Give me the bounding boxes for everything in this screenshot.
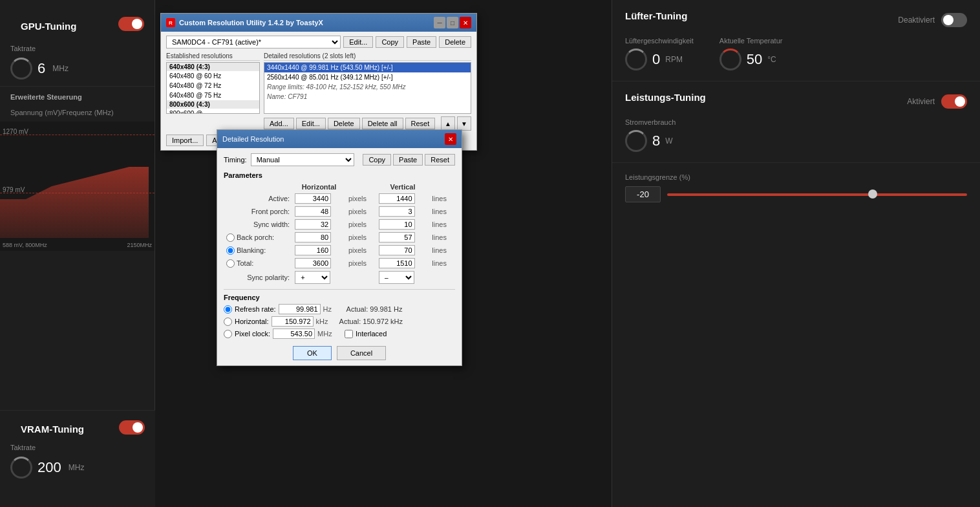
vram-title: VRAM-Tuning: [10, 417, 94, 437]
cru-titlebar-controls: ─ □ ✕: [434, 17, 471, 28]
vram-taktrate-unit: MHz: [69, 463, 85, 472]
dr-v-bl-unit: lines: [429, 244, 455, 257]
leistungsgrenze-track[interactable]: [667, 193, 967, 196]
lufter-temp-label: Aktuelle Temperatur: [719, 37, 783, 45]
gpu-tuning-toggle[interactable]: [118, 17, 144, 31]
dr-h-sync-input[interactable]: [295, 219, 331, 230]
cru-maximize-btn[interactable]: □: [447, 17, 458, 28]
cru-up-btn[interactable]: ▲: [441, 116, 455, 131]
cru-item-800-1[interactable]: 800x600 @ ...: [167, 109, 259, 114]
cru-item-640-60[interactable]: 640x480 @ 60 Hz: [167, 71, 259, 81]
lufter-temp-value: 50: [747, 51, 762, 68]
cru-edit-btn[interactable]: Edit...: [343, 36, 373, 48]
dr-blanking-label: Blanking:: [237, 246, 266, 254]
dr-cancel-btn[interactable]: Cancel: [337, 346, 386, 360]
leistungs-toggle[interactable]: [941, 94, 967, 109]
dr-v-bp-unit: lines: [429, 231, 455, 244]
dr-h-bl-unit: pixels: [346, 244, 376, 257]
dr-h-front-porch-input[interactable]: [295, 206, 331, 217]
dr-h-polarity-select[interactable]: +: [295, 271, 330, 284]
leistungsgrenze-thumb[interactable]: [868, 189, 877, 199]
cru-reset-btn[interactable]: Reset: [405, 118, 436, 129]
dr-v-tot-unit: lines: [429, 257, 455, 270]
dr-close-btn[interactable]: ✕: [445, 133, 456, 145]
dr-v-sync-input[interactable]: [379, 219, 415, 230]
cru-detail-item-1[interactable]: 3440x1440 @ 99.981 Hz (543.50 MHz) [+/-]: [264, 63, 471, 72]
dr-copy-btn[interactable]: Copy: [363, 154, 391, 166]
dr-v-front-porch-input[interactable]: [379, 206, 415, 217]
dr-h-back-porch-input[interactable]: [295, 232, 331, 243]
cru-detail-item-2[interactable]: 2560x1440 @ 85.001 Hz (349.12 MHz) [+/-]: [264, 72, 471, 82]
dr-horizontal-input[interactable]: [272, 316, 314, 327]
dr-params-label: Parameters: [224, 171, 455, 179]
cru-copy-btn[interactable]: Copy: [376, 36, 404, 48]
cru-section-640: 640x480 (4:3): [167, 63, 259, 71]
leistungsgrenze-label: Leistungsgrenze (%): [625, 173, 967, 181]
dr-refresh-input[interactable]: [279, 304, 321, 314]
strom-label: Stromverbrauch: [625, 118, 676, 126]
dr-reset-btn[interactable]: Reset: [425, 154, 455, 166]
dr-back-porch-radio[interactable]: [226, 233, 235, 242]
dr-freq-left-col: Horizontal: kHz Actual: 150.972 kHz Pixe…: [224, 316, 403, 341]
dr-paste-btn[interactable]: Paste: [393, 154, 423, 166]
dr-refresh-actual: Actual: 99.981 Hz: [346, 305, 403, 313]
dr-h-active-input[interactable]: [295, 193, 331, 204]
dr-freq-label: Frequency: [224, 294, 455, 301]
cru-down-btn[interactable]: ▼: [457, 116, 471, 131]
cru-add-btn[interactable]: Add...: [264, 118, 294, 129]
taktrate-gauge-circle: [10, 58, 32, 80]
lufter-metrics: Lüftergeschwindigkeit 0 RPM Aktuelle Tem…: [625, 37, 967, 70]
cru-minimize-btn[interactable]: ─: [434, 17, 445, 28]
cru-delete-all-btn[interactable]: Delete all: [362, 118, 403, 129]
lufter-temp-metric: Aktuelle Temperatur 50 °C: [719, 37, 783, 70]
cru-edit2-btn[interactable]: Edit...: [296, 118, 326, 129]
dr-v-active-input[interactable]: [379, 193, 415, 204]
dr-refresh-radio[interactable]: [224, 305, 232, 314]
dr-timing-select[interactable]: Manual: [251, 153, 354, 166]
cru-item-640-72[interactable]: 640x480 @ 72 Hz: [167, 81, 259, 91]
cru-paste-btn[interactable]: Paste: [407, 36, 436, 48]
lufter-title: Lüfter-Tuning: [625, 10, 687, 21]
dr-h-total-input[interactable]: [295, 258, 331, 268]
dr-h-active-unit: pixels: [346, 192, 376, 205]
dr-v-fp-unit: lines: [429, 205, 455, 218]
vram-taktrate-value: 200: [37, 459, 61, 476]
gpu-tuning-title: GPU-Tuning: [10, 9, 87, 38]
dr-active-label: Active:: [224, 192, 292, 205]
dr-h-sw-unit: pixels: [346, 218, 376, 231]
dr-v-blanking-input[interactable]: [379, 245, 415, 255]
cru-titlebar: R Custom Resolution Utility 1.4.2 by Toa…: [161, 14, 476, 32]
cru-detailed-list[interactable]: 3440x1440 @ 99.981 Hz (543.50 MHz) [+/-]…: [264, 62, 471, 114]
dr-refresh-label: Refresh rate:: [235, 305, 276, 313]
dr-total-radio[interactable]: [226, 259, 235, 268]
cru-established-list[interactable]: 640x480 (4:3) 640x480 @ 60 Hz 640x480 @ …: [166, 62, 260, 114]
dr-blanking-radio[interactable]: [226, 246, 235, 255]
vram-toggle[interactable]: [119, 420, 145, 435]
chart-bottom-label: 588 mV, 800MHz: [3, 242, 47, 248]
dr-v-active-unit: lines: [429, 192, 455, 205]
dr-v-total-input[interactable]: [379, 258, 415, 268]
taktrate-value: 6: [37, 60, 45, 77]
cru-item-640-75[interactable]: 640x480 @ 75 Hz: [167, 91, 259, 100]
dr-row-sync-width: Sync width: pixels lines: [224, 218, 455, 231]
taktrate-gauge-row: 6 MHz: [0, 55, 154, 86]
cru-device-select[interactable]: SAM0DC4 - CF791 (active)*: [166, 36, 341, 49]
dr-pixel-radio[interactable]: [224, 330, 232, 338]
cru-established-label: Established resolutions: [166, 52, 260, 61]
dr-v-polarity-select[interactable]: –: [379, 271, 414, 284]
dr-horizontal-label: Horizontal:: [235, 318, 269, 325]
dr-v-back-porch-input[interactable]: [379, 232, 415, 243]
lufter-status: Deaktiviert: [898, 16, 935, 25]
lufter-toggle[interactable]: [941, 13, 967, 27]
dr-pixel-input[interactable]: [273, 329, 315, 339]
dr-h-blanking-input[interactable]: [295, 245, 331, 255]
dr-horizontal-radio[interactable]: [224, 318, 232, 326]
dr-interlaced-checkbox[interactable]: [345, 330, 353, 338]
cru-close-btn[interactable]: ✕: [460, 17, 471, 28]
dr-ok-btn[interactable]: OK: [293, 346, 332, 360]
erweiterte-section: Erweiterte Steuerung: [0, 86, 154, 105]
cru-bottom-toolbar: Add... Edit... Delete Delete all Reset ▲…: [264, 116, 471, 131]
cru-delete-btn[interactable]: Delete: [439, 36, 471, 48]
cru-import-btn[interactable]: Import...: [166, 135, 204, 146]
cru-delete2-btn[interactable]: Delete: [328, 118, 360, 129]
